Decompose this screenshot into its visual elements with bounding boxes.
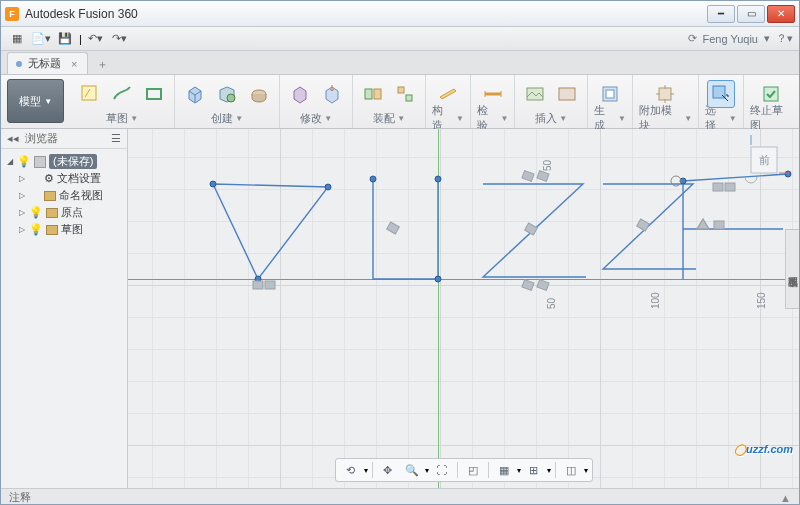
tree-item-docset[interactable]: ▷⚙ 文档设置 [3,170,125,187]
tab-close-button[interactable]: × [71,58,77,70]
unsaved-dot-icon [16,61,22,67]
assemble-joint-button[interactable] [359,80,387,108]
ribbon-group-insert: 插入▼ [515,75,588,128]
stop-sketch-button[interactable] [757,80,785,108]
sketch-create-button[interactable] [76,80,104,108]
ruler-tick: 150 [756,292,767,309]
nav-viewports-button[interactable]: ◫ [560,460,582,480]
svg-rect-11 [606,90,614,98]
axis-x [128,279,799,280]
svg-point-2 [227,94,235,102]
maximize-button[interactable]: ▭ [737,5,765,23]
canvas-viewport[interactable]: 50 50 100 150 前 草图选项板 ⟲▾ ✥ 🔍▾ ⛶ ◰ ▦▾ ⊞▾ … [128,129,799,488]
insert-decal-button[interactable] [521,80,549,108]
view-cube[interactable]: 前 [739,135,789,185]
redo-button[interactable]: ↷▾ [110,30,130,48]
user-name[interactable]: Feng Yuqiu [703,33,758,45]
comments-label: 注释 [9,490,31,505]
document-tab[interactable]: 无标题 × [7,52,88,74]
file-menu-button[interactable]: 📄▾ [31,30,51,48]
svg-rect-4 [365,89,372,99]
browser-panel: ◂◂ 浏览器 ☰ ◢💡 (未保存) ▷⚙ 文档设置 ▷ 命名视图 ▷💡 原点 ▷… [1,129,128,488]
sketch-palette-tab[interactable]: 草图选项板 [785,229,799,309]
user-menu-chevron-icon[interactable]: ▾ [764,32,770,45]
quick-access-toolbar: ▦ 📄▾ 💾 | ↶▾ ↷▾ ⟳ Feng Yuqiu ▾ ？▾ [1,27,799,51]
nav-display-button[interactable]: ▦ [493,460,515,480]
modify-presspull-button[interactable] [318,80,346,108]
inspect-measure-button[interactable] [479,80,507,108]
svg-rect-7 [406,95,412,101]
create-revolve-button[interactable] [245,80,273,108]
ribbon-group-stop-sketch: 终止草图 [744,75,799,128]
ribbon-group-modify: 修改▼ [280,75,353,128]
nav-pan-button[interactable]: ✥ [377,460,399,480]
tree-item-origin[interactable]: ▷💡 原点 [3,204,125,221]
svg-rect-1 [147,89,161,99]
app-icon: F [5,7,19,21]
ribbon-group-addins: 附加模块▼ [633,75,699,128]
svg-rect-5 [374,89,381,99]
nav-orbit-button[interactable]: ⟲ [340,460,362,480]
create-extrude-button[interactable] [213,80,241,108]
ruler-tick: 50 [546,298,557,309]
create-box-button[interactable] [181,80,209,108]
nav-grid-button[interactable]: ⊞ [523,460,545,480]
browser-settings-icon[interactable]: ☰ [111,132,121,145]
tab-title: 无标题 [28,56,61,71]
grid-major [128,129,799,488]
assemble-rigid-button[interactable] [391,80,419,108]
help-button[interactable]: ？▾ [776,31,793,46]
addins-button[interactable] [651,80,679,108]
ribbon-group-select: 选择▼ [699,75,744,128]
nav-zoom-button[interactable]: 🔍 [401,460,423,480]
tree-item-views[interactable]: ▷ 命名视图 [3,187,125,204]
sketch-rect-button[interactable] [140,80,168,108]
construct-plane-button[interactable] [434,80,462,108]
ribbon-group-create: 创建▼ [175,75,280,128]
workspace-model-button[interactable]: 模型▼ [7,79,64,123]
insert-svg-button[interactable] [553,80,581,108]
modify-fillet-button[interactable] [286,80,314,108]
comments-bar[interactable]: 注释 ▲ [1,488,799,505]
browser-collapse-button[interactable]: ◂◂ [7,132,19,145]
tree-item-sketches[interactable]: ▷💡 草图 [3,221,125,238]
ribbon-group-assemble: 装配▼ [353,75,426,128]
window-titlebar: F Autodesk Fusion 360 ━ ▭ ✕ [1,1,799,27]
data-panel-button[interactable]: ▦ [7,30,27,48]
nav-fit-button[interactable]: ⛶ [431,460,453,480]
browser-title: 浏览器 [25,131,58,146]
jobs-icon[interactable]: ⟳ [688,32,697,45]
new-tab-button[interactable]: ＋ [92,54,112,74]
app-title: Autodesk Fusion 360 [25,7,705,21]
ribbon-group-sketch: 草图▼ [70,75,175,128]
document-tabs: 无标题 × ＋ [1,51,799,75]
svg-rect-14 [764,87,778,101]
undo-button[interactable]: ↶▾ [86,30,106,48]
ribbon-group-construct: 构造▼ [426,75,471,128]
save-button[interactable]: 💾 [55,30,75,48]
ribbon-group-make: 生成▼ [588,75,633,128]
nav-lookat-button[interactable]: ◰ [462,460,484,480]
svg-rect-12 [659,88,671,100]
close-window-button[interactable]: ✕ [767,5,795,23]
svg-rect-9 [559,88,575,100]
svg-rect-0 [82,86,96,100]
make-3dprint-button[interactable] [596,80,624,108]
axis-y [438,129,439,488]
ruler-tick: 50 [542,160,553,171]
select-button[interactable] [707,80,735,108]
tree-root[interactable]: ◢💡 (未保存) [3,153,125,170]
ribbon-group-inspect: 检验▼ [471,75,516,128]
minimize-button[interactable]: ━ [707,5,735,23]
ribbon-toolbar: 模型▼ 草图▼ 创建▼ 修改▼ 装配▼ 构造▼ [1,75,799,129]
svg-text:前: 前 [759,154,770,166]
navigation-bar: ⟲▾ ✥ 🔍▾ ⛶ ◰ ▦▾ ⊞▾ ◫▾ [335,458,593,482]
ruler-tick: 100 [650,292,661,309]
svg-rect-6 [398,87,404,93]
sketch-line-button[interactable] [108,80,136,108]
